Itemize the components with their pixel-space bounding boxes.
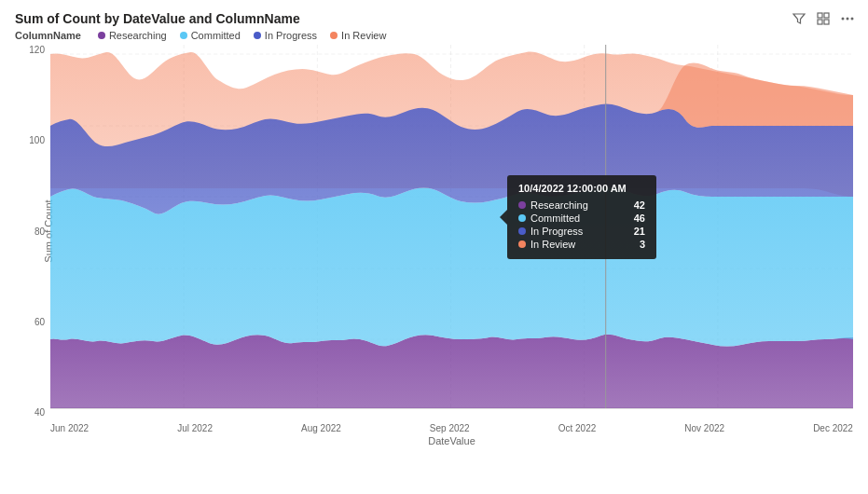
x-tick-jun: Jun 2022 <box>50 423 89 433</box>
svg-point-4 <box>842 18 845 21</box>
svg-rect-1 <box>824 13 829 18</box>
toolbar <box>790 9 857 28</box>
x-tick-dec: Dec 2022 <box>813 423 853 433</box>
chart-svg <box>50 45 853 418</box>
svg-rect-0 <box>818 13 822 18</box>
x-tick-sep: Sep 2022 <box>430 423 470 433</box>
chart-title: Sum of Count by DateValue and ColumnName <box>15 11 853 26</box>
svg-point-6 <box>851 18 854 21</box>
svg-point-5 <box>847 18 849 21</box>
filter-icon[interactable] <box>790 9 808 28</box>
y-tick-120: 120 <box>29 45 45 55</box>
chart-container: Sum of Count by DateValue and ColumnName <box>0 0 868 494</box>
y-tick-40: 40 <box>34 407 45 418</box>
x-axis-ticks: Jun 2022 Jul 2022 Aug 2022 Sep 2022 Oct … <box>50 423 853 433</box>
x-tick-jul: Jul 2022 <box>177 423 213 433</box>
legend-item-committed: Committed <box>180 30 241 41</box>
legend-label: ColumnName <box>15 30 81 41</box>
y-axis-area: Sum of Count 120 100 80 60 40 <box>15 45 50 433</box>
y-tick-80: 80 <box>34 226 45 237</box>
legend-item-in-progress: In Progress <box>254 30 317 41</box>
expand-icon[interactable] <box>814 9 833 28</box>
more-icon[interactable] <box>838 9 857 28</box>
x-tick-aug: Aug 2022 <box>301 423 341 433</box>
legend: ColumnName Researching Committed In Prog… <box>15 30 853 41</box>
legend-item-in-review: In Review <box>330 30 386 41</box>
x-tick-nov: Nov 2022 <box>684 423 724 433</box>
svg-rect-3 <box>824 20 829 24</box>
chart-wrapper: Sum of Count 120 100 80 60 40 <box>15 45 853 433</box>
svg-rect-2 <box>818 20 822 24</box>
y-tick-100: 100 <box>29 135 45 145</box>
chart-plot-area: Jun 2022 Jul 2022 Aug 2022 Sep 2022 Oct … <box>50 45 853 433</box>
y-tick-60: 60 <box>34 317 45 327</box>
x-axis-label: DateValue <box>50 435 853 446</box>
legend-item-researching: Researching <box>98 30 167 41</box>
x-tick-oct: Oct 2022 <box>558 423 597 433</box>
